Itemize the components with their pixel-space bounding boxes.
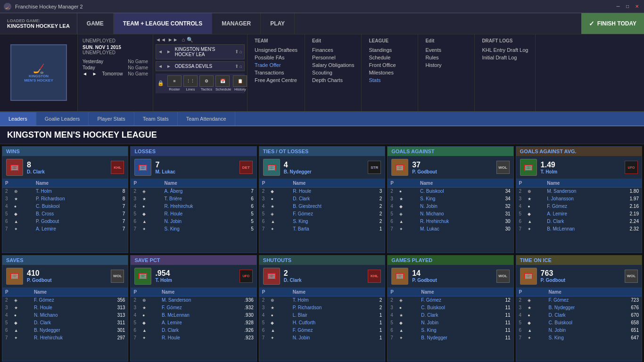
next-day-button[interactable]: ►	[92, 71, 97, 76]
player-name[interactable]: D. Clark	[31, 319, 101, 326]
player-name[interactable]: R. Hrehirchuk	[161, 203, 238, 210]
team2-selector[interactable]: ◄ ► ODESSA DEVILS ⬆ ⌂	[156, 61, 245, 71]
team2-arrow-right[interactable]: ►	[166, 64, 171, 69]
player-name[interactable]: N. Jobin	[545, 326, 613, 334]
team2-icon1[interactable]: ⬆	[235, 64, 239, 69]
player-name[interactable]: S. King	[290, 218, 366, 225]
menu-item-trade[interactable]: Trade Offer	[255, 61, 297, 69]
home-icon[interactable]: ⌂	[182, 37, 185, 42]
player-name[interactable]: A. Lemire	[33, 225, 110, 233]
player-name[interactable]: R. Hrehirchuk	[31, 334, 101, 341]
player-name[interactable]: A. Lemire	[544, 210, 612, 218]
menu-item-free-agent[interactable]: Free Agent Centre	[255, 76, 297, 84]
close-button[interactable]: ✕	[634, 3, 640, 10]
player-name[interactable]: A. Lemire	[159, 319, 227, 326]
team1-selector[interactable]: ◄ ► KINGSTON MEN'S HOCKEY LEA ⬆ ⌂	[156, 44, 245, 59]
player-name[interactable]: B. Nydegger	[545, 304, 613, 311]
menu-item-initial-draft[interactable]: Initial Draft Log	[482, 54, 528, 61]
player-name[interactable]: M. Sanderson	[159, 296, 227, 304]
menu-item-transactions[interactable]: Transactions	[255, 69, 297, 76]
player-name[interactable]: F. Gómez	[290, 210, 366, 218]
menu-item-possible-fas[interactable]: Possible FAs	[255, 54, 297, 61]
player-name[interactable]: N. Michano	[417, 210, 490, 218]
menu-item-standings[interactable]: Standings	[369, 46, 411, 54]
player-name[interactable]: D. Clark	[545, 311, 613, 319]
leader-name-goals_against[interactable]: P. Godbout	[412, 169, 492, 174]
prev-day-button[interactable]: ◄	[83, 71, 87, 76]
player-name[interactable]: F. Gómez	[545, 296, 613, 304]
menu-item-milestones[interactable]: Milestones	[369, 69, 411, 76]
player-name[interactable]: B. Nydegger	[31, 326, 101, 334]
player-name[interactable]: N. Michano	[31, 311, 101, 319]
player-name[interactable]: R. Houle	[161, 210, 238, 218]
player-name[interactable]: N. Jobin	[161, 218, 238, 225]
maximize-button[interactable]: □	[624, 3, 631, 10]
leader-name-goals_against_avg[interactable]: T. Holm	[541, 169, 621, 174]
player-name[interactable]: S. King	[418, 326, 489, 334]
player-name[interactable]: L. Blair	[290, 311, 367, 319]
player-name[interactable]: P. Richardson	[33, 195, 110, 203]
leader-name-save_pct[interactable]: T. Holm	[155, 278, 235, 283]
menu-item-unsigned[interactable]: Unsigned Draftees	[255, 46, 297, 54]
tab-leaders[interactable]: Leaders	[0, 112, 36, 125]
roster-icon[interactable]: ≡ Roster	[167, 75, 182, 91]
menu-item-stats[interactable]: Stats	[369, 76, 411, 84]
player-name[interactable]: T. Holm	[33, 188, 110, 195]
tactics-icon[interactable]: ⚙ Tactics	[199, 75, 214, 91]
player-name[interactable]: B. McLennan	[544, 225, 612, 233]
team2-icon2[interactable]: ⌂	[239, 64, 242, 69]
player-name[interactable]: B. Cross	[33, 210, 110, 218]
team1-arrow-left[interactable]: ◄	[158, 49, 163, 54]
tab-manager[interactable]: MANAGER	[212, 13, 261, 34]
minimize-button[interactable]: ─	[615, 3, 621, 10]
player-name[interactable]: T. Barta	[290, 225, 366, 233]
team2-arrow-left[interactable]: ◄	[158, 64, 163, 69]
player-name[interactable]: T. Holm	[290, 296, 367, 304]
player-name[interactable]: M. Sanderson	[544, 188, 612, 195]
search-icon[interactable]: 🔍	[187, 37, 193, 43]
menu-item-schedule-league[interactable]: Schedule	[369, 54, 411, 61]
tab-team-league[interactable]: TEAM + LEAGUE CONTROLS	[114, 13, 212, 34]
menu-item-depth[interactable]: Depth Charts	[312, 76, 354, 84]
menu-item-events[interactable]: Events	[425, 46, 467, 54]
player-name[interactable]: C. Buiskool	[418, 304, 489, 311]
leader-name-time_on_ice[interactable]: P. Godbout	[541, 278, 621, 283]
player-name[interactable]: N. Jobin	[290, 334, 367, 341]
menu-item-history-league[interactable]: History	[425, 61, 467, 69]
menu-item-salary[interactable]: Salary Obligations	[312, 61, 354, 69]
player-name[interactable]: F. Gómez	[31, 296, 101, 304]
menu-item-personnel[interactable]: Personnel	[312, 54, 354, 61]
player-name[interactable]: T. Brière	[161, 195, 238, 203]
player-name[interactable]: D. Clark	[544, 218, 612, 225]
schedule-icon[interactable]: 📅 Schedule	[215, 75, 231, 91]
player-name[interactable]: S. King	[417, 195, 490, 203]
player-name[interactable]: H. Cutforth	[290, 319, 367, 326]
player-name[interactable]: F. Gómez	[544, 203, 612, 210]
leader-name-ties[interactable]: B. Nydegger	[284, 169, 364, 174]
team-nav-next[interactable]: ►►	[168, 37, 178, 42]
player-name[interactable]: B. Nydegger	[418, 334, 489, 341]
tab-game[interactable]: GAME	[77, 13, 114, 34]
team-nav-prev[interactable]: ◄◄	[156, 37, 166, 42]
player-name[interactable]: B. McLennan	[159, 311, 227, 319]
team1-icon1[interactable]: ⬆	[235, 49, 239, 54]
leader-name-games_played[interactable]: P. Godbout	[412, 278, 492, 283]
player-name[interactable]: C. Buiskool	[545, 319, 613, 326]
player-name[interactable]: M. Lukac	[417, 225, 490, 233]
player-name[interactable]: R. Houle	[31, 304, 101, 311]
player-name[interactable]: C. Buiskool	[33, 203, 110, 210]
player-name[interactable]: F. Gómez	[418, 296, 489, 304]
menu-item-front-office[interactable]: Front Office	[369, 61, 411, 69]
player-name[interactable]: N. Jobin	[417, 203, 490, 210]
team1-arrow-right[interactable]: ►	[166, 49, 171, 54]
player-name[interactable]: D. Clark	[159, 326, 227, 334]
player-name[interactable]: F. Gómez	[290, 326, 367, 334]
player-name[interactable]: B. Giesbrecht	[290, 203, 366, 210]
history-icon-roster[interactable]: 📋 History	[233, 75, 247, 91]
tab-play[interactable]: PLAY	[261, 13, 295, 34]
player-name[interactable]: R. Hrehirchuk	[417, 218, 490, 225]
menu-item-scouting[interactable]: Scouting	[312, 69, 354, 76]
team1-icon2[interactable]: ⌂	[239, 49, 242, 54]
player-name[interactable]: I. Johansson	[544, 195, 612, 203]
player-name[interactable]: R. Houle	[159, 334, 227, 341]
